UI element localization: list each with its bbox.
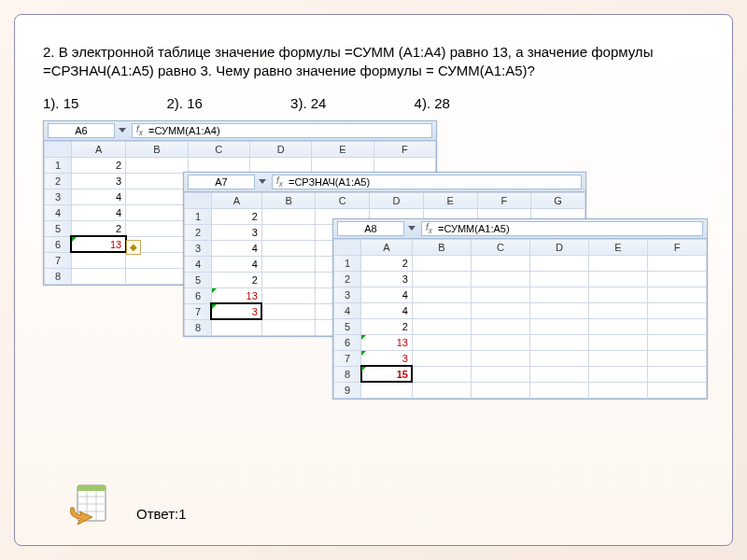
row-header[interactable]: 5 [45, 220, 72, 236]
formula-text: =СУММ(A1:A5) [438, 223, 510, 234]
question-text: 2. В электронной таблице значение формул… [43, 43, 704, 81]
cell-selected[interactable]: 15 [361, 366, 413, 382]
col-header[interactable]: E [312, 141, 374, 157]
col-header[interactable]: D [529, 239, 588, 255]
formula-input[interactable]: fx =СУММ(A1:A5) [421, 221, 703, 236]
cell[interactable]: 2 [211, 208, 261, 224]
row-header[interactable]: 2 [185, 224, 212, 240]
row-header[interactable]: 1 [334, 255, 361, 271]
answer-text: Ответ:1 [136, 506, 187, 522]
col-header[interactable]: C [188, 141, 249, 157]
select-all-corner[interactable] [45, 141, 72, 157]
formula-input[interactable]: fx =СУММ(A1:A4) [132, 123, 432, 138]
col-header[interactable]: F [477, 192, 531, 208]
col-header[interactable]: B [261, 192, 316, 208]
name-box[interactable]: A8 [337, 221, 404, 236]
cell[interactable]: 3 [361, 350, 413, 366]
row-header[interactable]: 8 [334, 366, 361, 382]
cell[interactable]: 3 [361, 271, 413, 287]
cell[interactable]: 2 [211, 272, 261, 287]
cell[interactable]: 4 [71, 204, 125, 220]
formula-bar: A8 fx =СУММ(A1:A5) [333, 219, 707, 239]
dropdown-icon[interactable] [259, 179, 266, 184]
spreadsheets-area: A6 fx =СУММ(A1:A4) A B C D E F 12 [43, 120, 704, 400]
row-header[interactable]: 6 [334, 334, 361, 350]
formula-text: =СУММ(A1:A4) [148, 125, 220, 136]
name-box[interactable]: A7 [188, 175, 255, 189]
col-header[interactable]: A [71, 141, 125, 157]
col-header[interactable]: B [126, 141, 188, 157]
row-header[interactable]: 8 [185, 319, 212, 335]
row-header[interactable]: 4 [185, 256, 212, 272]
row-header[interactable]: 6 [45, 236, 72, 252]
cell-selected[interactable]: 13 [71, 236, 125, 252]
col-header[interactable]: E [589, 239, 648, 255]
col-header[interactable]: B [412, 239, 471, 255]
col-header[interactable]: D [370, 192, 424, 208]
row-header[interactable]: 5 [185, 272, 212, 287]
cell-selected[interactable]: 3 [211, 303, 261, 319]
cell[interactable]: 4 [361, 287, 413, 302]
row-header[interactable]: 3 [45, 189, 72, 204]
answer-options: 1). 15 2). 16 3). 24 4). 28 [43, 95, 704, 111]
cell[interactable]: 3 [71, 173, 125, 189]
cell[interactable]: 3 [211, 224, 261, 240]
row-header[interactable]: 9 [334, 382, 361, 398]
warning-icon[interactable]: ◆ [126, 240, 141, 255]
dropdown-icon[interactable] [408, 226, 416, 231]
cell[interactable] [71, 268, 125, 284]
formula-bar: A6 fx =СУММ(A1:A4) [44, 121, 436, 141]
select-all-corner[interactable] [185, 192, 212, 208]
grid[interactable]: A B C D E F 12 23 34 44 52 613 73 815 9 [333, 239, 707, 399]
cell[interactable]: 2 [361, 318, 413, 334]
row-header[interactable]: 7 [334, 350, 361, 366]
option-4: 4). 28 [415, 95, 450, 111]
row-header[interactable]: 3 [334, 287, 361, 302]
col-header[interactable]: G [531, 192, 585, 208]
cell[interactable] [211, 319, 261, 335]
cell[interactable]: 13 [361, 334, 413, 350]
cell[interactable]: 4 [211, 256, 261, 272]
row-header[interactable]: 5 [334, 318, 361, 334]
select-all-corner[interactable] [334, 239, 361, 255]
fx-icon: fx [276, 175, 283, 189]
formula-text: =СРЗНАЧ(A1:A5) [289, 176, 370, 188]
cell[interactable]: 13 [211, 287, 261, 303]
spreadsheet-3: A8 fx =СУММ(A1:A5) A B C D E F 12 [332, 218, 708, 399]
col-header[interactable]: A [361, 239, 413, 255]
row-header[interactable]: 2 [45, 173, 72, 189]
row-header[interactable]: 1 [45, 157, 72, 173]
svg-rect-1 [78, 485, 106, 491]
row-header[interactable]: 4 [45, 204, 72, 220]
col-header[interactable]: C [471, 239, 529, 255]
row-header[interactable]: 3 [185, 240, 212, 256]
col-header[interactable]: C [316, 192, 370, 208]
row-header[interactable]: 4 [334, 302, 361, 318]
fx-icon: fx [426, 222, 432, 235]
cell[interactable]: 4 [211, 240, 261, 256]
col-header[interactable]: F [374, 141, 435, 157]
row-header[interactable]: 6 [185, 287, 212, 303]
col-header[interactable]: A [211, 192, 261, 208]
formula-input[interactable]: fx =СРЗНАЧ(A1:A5) [272, 175, 582, 189]
row-header[interactable]: 2 [334, 271, 361, 287]
option-3: 3). 24 [290, 95, 326, 111]
cell[interactable]: 4 [361, 302, 413, 318]
row-header[interactable]: 8 [45, 268, 72, 284]
row-header[interactable]: 7 [185, 303, 212, 319]
row-header[interactable]: 7 [45, 252, 72, 268]
col-header[interactable]: D [249, 141, 311, 157]
cell[interactable]: 4 [71, 189, 125, 204]
dropdown-icon[interactable] [119, 128, 126, 133]
cell[interactable]: 2 [361, 255, 413, 271]
col-header[interactable]: F [648, 239, 707, 255]
cell[interactable]: 2 [71, 157, 125, 173]
row-header[interactable]: 1 [185, 208, 212, 224]
cell[interactable]: 2 [71, 220, 125, 236]
name-box[interactable]: A6 [48, 123, 115, 138]
excel-icon [66, 480, 113, 526]
fx-icon: fx [136, 124, 143, 137]
col-header[interactable]: E [423, 192, 477, 208]
cell[interactable] [71, 252, 125, 268]
option-2: 2). 16 [167, 95, 203, 111]
